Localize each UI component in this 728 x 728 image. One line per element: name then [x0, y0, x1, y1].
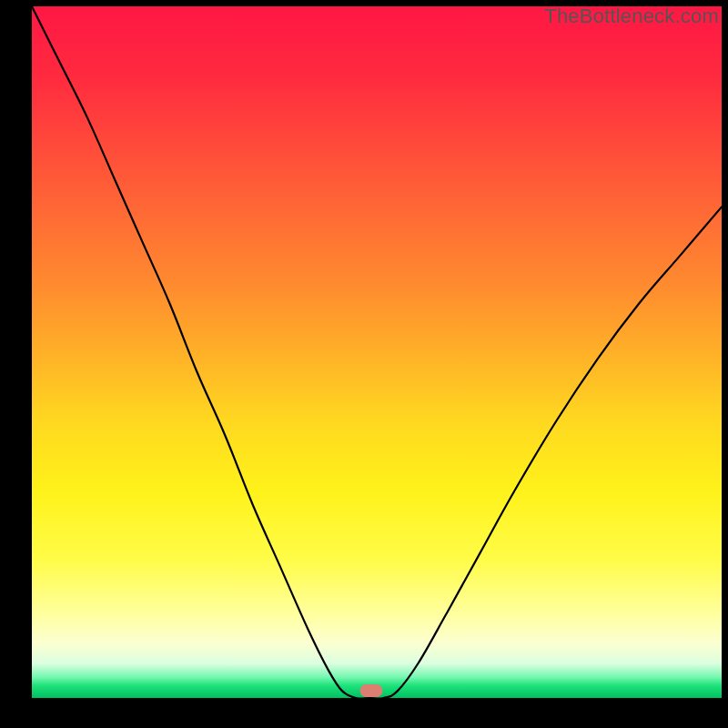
- selection-marker: [359, 684, 382, 697]
- plot-area: [32, 6, 722, 698]
- bottleneck-curve: [32, 6, 722, 698]
- chart-frame: TheBottleneck.com: [0, 0, 728, 728]
